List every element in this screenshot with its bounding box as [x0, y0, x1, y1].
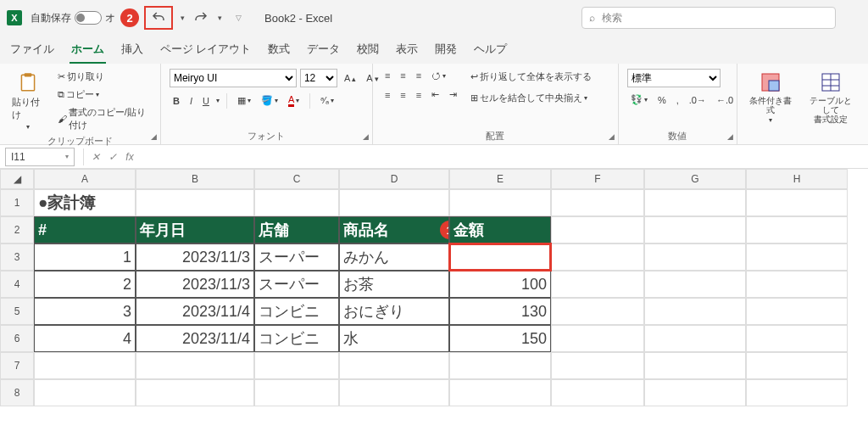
fx-button[interactable]: fx: [121, 151, 138, 163]
cell-D8[interactable]: [339, 379, 449, 406]
cell-H8[interactable]: [746, 379, 848, 406]
redo-button[interactable]: [192, 8, 210, 27]
cell-G6[interactable]: [644, 325, 746, 352]
format-as-table-button[interactable]: テーブルとして書式設定: [803, 69, 860, 126]
undo-dropdown[interactable]: ▾: [173, 8, 192, 27]
row-header-2[interactable]: 2: [0, 216, 34, 243]
cut-button[interactable]: ✂切り取り: [54, 69, 152, 85]
tab-file[interactable]: ファイル: [8, 39, 56, 64]
cell-A2[interactable]: #: [34, 216, 136, 243]
font-name-select[interactable]: Meiryo UI: [170, 69, 297, 87]
cell-C7[interactable]: [254, 352, 339, 379]
cell-E2[interactable]: 金額: [449, 216, 551, 243]
cell-F1[interactable]: [551, 189, 644, 216]
inc-decimal-button[interactable]: .0→: [686, 93, 709, 107]
align-top-button[interactable]: ≡: [381, 69, 393, 82]
merge-center-button[interactable]: ⊞セルを結合して中央揃え▾: [467, 90, 595, 106]
undo-button[interactable]: [149, 8, 168, 27]
tab-dev[interactable]: 開発: [433, 39, 459, 64]
cell-D2[interactable]: 商品名 1: [339, 216, 449, 243]
cell-B2[interactable]: 年月日: [136, 216, 254, 243]
cell-F4[interactable]: [551, 271, 644, 298]
cell-D5[interactable]: おにぎり: [339, 298, 449, 325]
cell-C4[interactable]: スーパー: [254, 271, 339, 298]
tab-insert[interactable]: 挿入: [120, 39, 145, 64]
cell-C2[interactable]: 店舗: [254, 216, 339, 243]
indent-increase-button[interactable]: ⇥: [446, 87, 460, 102]
cell-H3[interactable]: [746, 243, 848, 271]
cell-G3[interactable]: [644, 243, 746, 271]
col-header-D[interactable]: D: [339, 169, 449, 189]
indent-decrease-button[interactable]: ⇤: [428, 87, 442, 102]
currency-button[interactable]: 💱▾: [627, 92, 651, 107]
dec-decimal-button[interactable]: ←.0: [713, 93, 737, 107]
alignment-dialog-launcher[interactable]: ◢: [609, 132, 615, 141]
cell-A7[interactable]: [34, 352, 136, 379]
cell-D6[interactable]: 水: [339, 325, 449, 352]
col-header-B[interactable]: B: [136, 169, 254, 189]
cell-B7[interactable]: [136, 352, 254, 379]
cell-H1[interactable]: [746, 189, 848, 216]
font-color-button[interactable]: A▾: [285, 92, 303, 109]
row-header-6[interactable]: 6: [0, 325, 34, 352]
cell-E4[interactable]: 100: [449, 271, 551, 298]
bold-button[interactable]: B: [170, 94, 183, 108]
cell-C8[interactable]: [254, 379, 339, 406]
border-button[interactable]: ▦▾: [234, 93, 254, 108]
qat-overflow[interactable]: ▽: [229, 8, 248, 27]
cell-E5[interactable]: 130: [449, 298, 551, 325]
paste-button[interactable]: 貼り付け ▾: [8, 69, 47, 132]
cell-F3[interactable]: [551, 243, 644, 271]
tab-layout[interactable]: ページ レイアウト: [159, 39, 253, 64]
cell-G5[interactable]: [644, 298, 746, 325]
cell-E7[interactable]: [449, 352, 551, 379]
cell-A6[interactable]: 4: [34, 325, 136, 352]
cancel-formula-button[interactable]: ✕: [87, 151, 104, 163]
align-right-button[interactable]: ≡: [413, 88, 425, 102]
cell-E8[interactable]: [449, 379, 551, 406]
comma-button[interactable]: ,: [673, 93, 682, 107]
search-box[interactable]: ⌕ 検索: [581, 7, 836, 29]
cell-F5[interactable]: [551, 298, 644, 325]
cell-B8[interactable]: [136, 379, 254, 406]
italic-button[interactable]: I: [186, 94, 196, 108]
col-header-C[interactable]: C: [254, 169, 339, 189]
formula-input[interactable]: [138, 148, 868, 166]
cell-B5[interactable]: 2023/11/4: [136, 298, 254, 325]
increase-font-button[interactable]: A▴: [341, 71, 359, 85]
cell-H5[interactable]: [746, 298, 848, 325]
cell-F6[interactable]: [551, 325, 644, 352]
cell-G4[interactable]: [644, 271, 746, 298]
cell-B3[interactable]: 2023/11/3: [136, 243, 254, 271]
col-header-A[interactable]: A: [34, 169, 136, 189]
font-dialog-launcher[interactable]: ◢: [363, 132, 369, 141]
cell-H4[interactable]: [746, 271, 848, 298]
cell-C3[interactable]: スーパー: [254, 243, 339, 271]
cell-D4[interactable]: お茶: [339, 271, 449, 298]
phonetic-button[interactable]: ᵃ⁄ₐ▾: [317, 93, 337, 108]
number-format-select[interactable]: 標準: [627, 69, 721, 87]
autosave-toggle[interactable]: [75, 11, 102, 25]
cell-D1[interactable]: [339, 189, 449, 216]
tab-data[interactable]: データ: [305, 39, 342, 64]
cell-E6[interactable]: 150: [449, 325, 551, 352]
align-bottom-button[interactable]: ≡: [413, 69, 425, 82]
row-header-5[interactable]: 5: [0, 298, 34, 325]
font-size-select[interactable]: 12: [300, 69, 337, 87]
row-header-8[interactable]: 8: [0, 379, 34, 406]
name-box[interactable]: I11▾: [5, 148, 75, 166]
format-painter-button[interactable]: 🖌書式のコピー/貼り付け: [54, 104, 152, 133]
cell-G7[interactable]: [644, 352, 746, 379]
cell-G2[interactable]: [644, 216, 746, 243]
enter-formula-button[interactable]: ✓: [104, 151, 121, 163]
cell-B6[interactable]: 2023/11/4: [136, 325, 254, 352]
orientation-button[interactable]: ⭯▾: [428, 69, 449, 82]
cell-C1[interactable]: [254, 189, 339, 216]
cell-H6[interactable]: [746, 325, 848, 352]
row-header-1[interactable]: 1: [0, 189, 34, 216]
row-header-7[interactable]: 7: [0, 352, 34, 379]
tab-help[interactable]: ヘルプ: [472, 39, 509, 64]
fill-color-button[interactable]: 🪣▾: [258, 93, 281, 108]
cell-H7[interactable]: [746, 352, 848, 379]
cell-F8[interactable]: [551, 379, 644, 406]
